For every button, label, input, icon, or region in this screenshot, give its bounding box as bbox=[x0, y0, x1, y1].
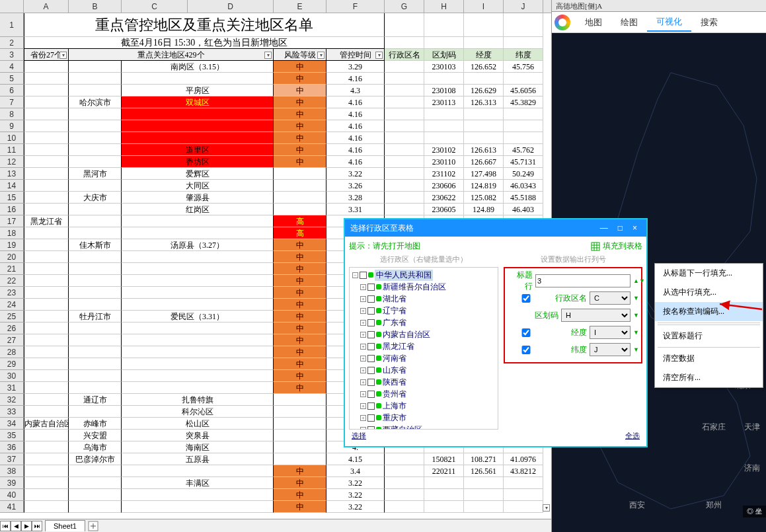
cell-province[interactable] bbox=[24, 441, 69, 453]
cell-risk[interactable] bbox=[274, 168, 326, 180]
cell-city[interactable]: 兴安盟 bbox=[69, 430, 122, 441]
lng-checkbox[interactable] bbox=[508, 328, 545, 337]
context-menu-item[interactable]: 清空所有... bbox=[655, 368, 763, 387]
cell-city[interactable] bbox=[69, 334, 122, 346]
cell-district[interactable] bbox=[122, 334, 274, 346]
cell-city[interactable] bbox=[69, 108, 122, 120]
cell-lng[interactable] bbox=[464, 489, 504, 501]
tree-item[interactable]: +湖北省 bbox=[351, 293, 496, 305]
tree-checkbox[interactable] bbox=[367, 379, 375, 386]
cell-risk[interactable] bbox=[274, 418, 326, 430]
cell-time[interactable]: 4.3 bbox=[326, 85, 385, 96]
cell-province[interactable] bbox=[24, 358, 69, 370]
cell-code[interactable]: 230108 bbox=[424, 85, 464, 96]
cell-city[interactable] bbox=[69, 346, 122, 358]
tree-toggle-icon[interactable]: + bbox=[360, 308, 366, 314]
close-icon[interactable]: × bbox=[629, 223, 641, 233]
tree-checkbox[interactable] bbox=[367, 391, 375, 398]
cell-province[interactable] bbox=[24, 120, 69, 132]
cell-lat[interactable]: 50.249 bbox=[504, 168, 543, 180]
cell-city[interactable] bbox=[69, 85, 122, 96]
dialog-titlebar[interactable]: 选择行政区至表格 — □ × bbox=[345, 219, 646, 237]
region-code-select[interactable]: H bbox=[561, 309, 631, 322]
tree-toggle-icon[interactable]: + bbox=[360, 427, 366, 430]
region-name-select[interactable]: C bbox=[590, 291, 631, 305]
cell-city[interactable]: 通辽市 bbox=[69, 394, 122, 406]
tree-item[interactable]: +辽宁省 bbox=[351, 305, 496, 317]
tree-toggle-icon[interactable]: + bbox=[360, 415, 366, 421]
cell-risk[interactable] bbox=[274, 204, 326, 215]
cell-district[interactable] bbox=[122, 275, 274, 287]
cell-lat[interactable]: 41.0976 bbox=[504, 453, 543, 465]
cell-g[interactable] bbox=[385, 108, 424, 120]
cell-province[interactable] bbox=[24, 251, 69, 263]
cell-time[interactable]: 3.22 bbox=[326, 477, 385, 489]
cell-lat[interactable]: 45.7131 bbox=[504, 156, 543, 168]
cell-district[interactable] bbox=[122, 132, 274, 144]
map-tab-map[interactable]: 地图 bbox=[576, 14, 611, 31]
cell-g[interactable] bbox=[385, 477, 424, 489]
tree-item[interactable]: +黑龙江省 bbox=[351, 340, 496, 352]
cell-district[interactable]: 爱辉区 bbox=[122, 168, 274, 180]
header-regions[interactable]: 重点关注地区429个▾ bbox=[69, 49, 274, 61]
tree-item[interactable]: +山东省 bbox=[351, 364, 496, 376]
cell-risk[interactable] bbox=[274, 406, 326, 418]
cell-risk[interactable]: 中 bbox=[274, 120, 326, 132]
tree-item[interactable]: +西藏自治区 bbox=[351, 424, 496, 430]
cell-city[interactable] bbox=[69, 477, 122, 489]
cell-risk[interactable]: 中 bbox=[274, 144, 326, 156]
cell-province[interactable] bbox=[24, 73, 69, 85]
cell-district[interactable] bbox=[122, 323, 274, 334]
cell-province[interactable] bbox=[24, 334, 69, 346]
filter-icon[interactable]: ▾ bbox=[264, 52, 272, 59]
map-tab-visualize[interactable]: 可视化 bbox=[647, 13, 691, 32]
context-menu-item[interactable]: 设置标题行 bbox=[655, 326, 763, 346]
cell-lng[interactable] bbox=[464, 477, 504, 489]
cell-province[interactable] bbox=[24, 430, 69, 441]
cell-city[interactable] bbox=[69, 465, 122, 477]
cell-code[interactable]: 230103 bbox=[424, 61, 464, 73]
cell-time[interactable]: 3.26 bbox=[326, 180, 385, 192]
cell-time[interactable]: 3.22 bbox=[326, 168, 385, 180]
cell-city[interactable]: 赤峰市 bbox=[69, 418, 122, 430]
cell-risk[interactable]: 中 bbox=[274, 323, 326, 334]
cell-risk[interactable]: 中 bbox=[274, 334, 326, 346]
cell-g[interactable] bbox=[385, 73, 424, 85]
cell-city[interactable] bbox=[69, 144, 122, 156]
minimize-icon[interactable]: — bbox=[596, 223, 612, 233]
col-header-J[interactable]: J bbox=[504, 0, 543, 13]
cell-province[interactable] bbox=[24, 192, 69, 204]
cell-province[interactable] bbox=[24, 453, 69, 465]
title-row-input[interactable] bbox=[535, 274, 631, 287]
cell-code[interactable]: 230102 bbox=[424, 144, 464, 156]
cell-district[interactable]: 平房区 bbox=[122, 85, 274, 96]
cell-district[interactable] bbox=[122, 358, 274, 370]
cell-city[interactable] bbox=[69, 251, 122, 263]
cell-city[interactable] bbox=[69, 263, 122, 275]
cell-code[interactable]: 230605 bbox=[424, 204, 464, 215]
col-header-D[interactable]: D bbox=[188, 0, 274, 13]
cell-district[interactable]: 扎鲁特旗 bbox=[122, 394, 274, 406]
header-code[interactable]: 区划码▾ bbox=[424, 49, 464, 61]
cell-province[interactable] bbox=[24, 168, 69, 180]
dropdown-icon[interactable]: ▼ bbox=[633, 295, 638, 301]
cell-risk[interactable]: 中 bbox=[274, 346, 326, 358]
cell-province[interactable]: 内蒙古自治区 bbox=[24, 418, 69, 430]
context-menu-item[interactable]: 从标题下一行填充... bbox=[655, 264, 763, 283]
cell-city[interactable]: 哈尔滨市 bbox=[69, 96, 122, 108]
col-header-I[interactable]: I bbox=[464, 0, 504, 13]
tree-checkbox[interactable] bbox=[367, 426, 375, 430]
cell-city[interactable] bbox=[69, 73, 122, 85]
dropdown-icon[interactable]: ▼ bbox=[633, 312, 638, 319]
cell-risk[interactable]: 中 bbox=[274, 263, 326, 275]
cell-risk[interactable]: 中 bbox=[274, 370, 326, 382]
col-header-A[interactable]: A bbox=[24, 0, 69, 13]
cell-province[interactable] bbox=[24, 477, 69, 489]
cell-lat[interactable] bbox=[504, 120, 543, 132]
cell-city[interactable] bbox=[69, 287, 122, 299]
tree-checkbox[interactable] bbox=[367, 367, 375, 374]
tree-item[interactable]: −中华人民共和国 bbox=[351, 269, 496, 281]
filter-icon[interactable]: ▾ bbox=[375, 52, 383, 59]
cell-lng[interactable]: 108.271 bbox=[464, 453, 504, 465]
tree-checkbox[interactable] bbox=[367, 414, 375, 422]
